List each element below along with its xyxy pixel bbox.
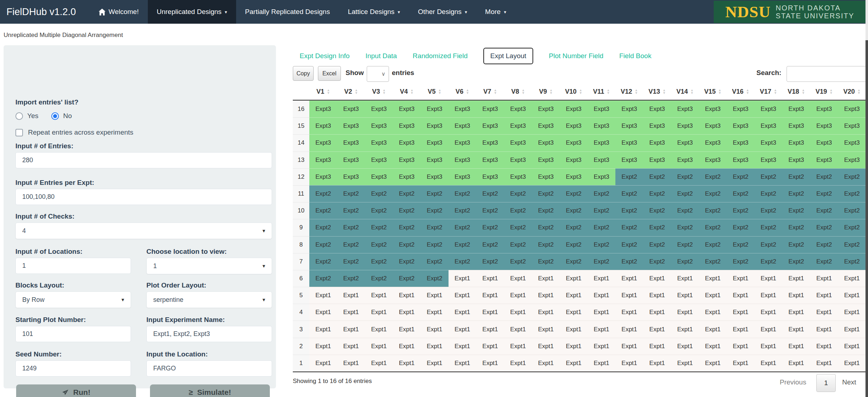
nav-item-lattice-designs[interactable]: Lattice Designs ▾ [339, 0, 409, 24]
plot-cell: Expt2 [421, 253, 449, 270]
plot-cell: Expt1 [699, 338, 727, 355]
radio-yes[interactable]: Yes [15, 112, 38, 120]
plot-cell: Expt1 [393, 287, 421, 304]
pagination-next[interactable]: Next [842, 378, 856, 386]
column-header-v20[interactable]: V20▲▼ [838, 88, 866, 95]
seed-input[interactable] [15, 360, 131, 377]
sort-icon: ▲▼ [690, 89, 694, 94]
repeat-entries-checkbox[interactable]: Repeat entries across experiments [15, 129, 133, 136]
column-header-v10[interactable]: V10▲▼ [560, 88, 588, 95]
page-length-select[interactable]: ∨ [367, 66, 389, 82]
plot-cell: Expt3 [810, 101, 838, 117]
excel-button[interactable]: Excel [318, 66, 341, 81]
plot-cell: Expt2 [337, 185, 365, 202]
column-header-v15[interactable]: V15▲▼ [699, 88, 727, 95]
column-header-v14[interactable]: V14▲▼ [671, 88, 699, 95]
column-header-v4[interactable]: V4▲▼ [393, 88, 421, 95]
plot-cell: Expt3 [727, 101, 755, 117]
plot-cell: Expt3 [337, 117, 365, 134]
plot-cell: Expt2 [421, 202, 449, 219]
plot-cell: Expt2 [838, 236, 866, 253]
nav-item-welcome[interactable]: Welcome! [90, 0, 148, 24]
starting-plot-input[interactable] [15, 326, 131, 342]
plot-cell: Expt2 [810, 202, 838, 219]
plot-cell: Expt1 [421, 304, 449, 321]
column-header-v3[interactable]: V3▲▼ [365, 88, 393, 95]
experiment-name-input[interactable] [146, 326, 272, 342]
caret-down-icon: ▾ [465, 9, 467, 15]
column-header-v5[interactable]: V5▲▼ [421, 88, 449, 95]
column-header-v9[interactable]: V9▲▼ [532, 88, 560, 95]
locations-input[interactable] [15, 258, 131, 274]
column-header-label: V12 [621, 88, 632, 95]
plot-cell: Expt3 [365, 101, 393, 117]
location-input[interactable] [146, 360, 272, 377]
plot-cell: Expt3 [449, 151, 477, 168]
nav-item-partially-replicated-designs[interactable]: Partially Replicated Designs [236, 0, 339, 24]
blocks-layout-select[interactable]: By Row ▾ [15, 291, 131, 308]
tab-field-book[interactable]: Field Book [619, 52, 652, 60]
tab-randomized-field[interactable]: Randomized Field [413, 52, 468, 60]
run-button[interactable]: Run! [16, 384, 136, 397]
table-row: 5Expt1Expt1Expt1Expt1Expt1Expt1Expt1Expt… [293, 287, 866, 304]
radio-no[interactable]: No [51, 112, 72, 120]
column-header-label: V18 [788, 88, 799, 95]
plot-cell: Expt1 [449, 287, 477, 304]
copy-button[interactable]: Copy [293, 66, 314, 81]
nav-item-more[interactable]: More ▾ [476, 0, 515, 24]
plot-cell: Expt2 [699, 219, 727, 236]
column-header-v1[interactable]: V1▲▼ [309, 88, 337, 95]
entries-input[interactable] [15, 152, 272, 168]
column-header-v2[interactable]: V2▲▼ [337, 88, 365, 95]
plot-cell: Expt1 [671, 287, 699, 304]
nav-item-other-designs[interactable]: Other Designs ▾ [409, 0, 476, 24]
pagination-page-1[interactable]: 1 [816, 374, 836, 392]
plot-cell: Expt3 [615, 151, 643, 168]
column-header-label: V11 [593, 88, 604, 95]
column-header-v17[interactable]: V17▲▼ [755, 88, 783, 95]
plot-cell: Expt2 [782, 236, 810, 253]
plot-cell: Expt1 [671, 338, 699, 355]
column-header-v8[interactable]: V8▲▼ [504, 88, 532, 95]
plot-cell: Expt3 [504, 151, 532, 168]
entries-per-expt-input[interactable] [15, 189, 272, 205]
column-header-v13[interactable]: V13▲▼ [643, 88, 671, 95]
column-header-v16[interactable]: V16▲▼ [727, 88, 755, 95]
table-row: 11Expt2Expt2Expt2Expt2Expt2Expt2Expt2Exp… [293, 185, 866, 202]
location-view-select[interactable]: 1 ▾ [146, 258, 272, 274]
vertical-scrollbar-thumb[interactable] [865, 40, 868, 397]
checks-select[interactable]: 4 ▾ [15, 223, 272, 239]
plot-cell: Expt3 [755, 151, 783, 168]
column-header-v18[interactable]: V18▲▼ [782, 88, 810, 95]
plot-cell: Expt3 [727, 151, 755, 168]
tab-input-data[interactable]: Input Data [365, 52, 397, 60]
search-input[interactable] [787, 66, 868, 82]
sort-icon: ▲▼ [383, 89, 386, 94]
nav-item-unreplicated-designs[interactable]: Unreplicated Designs ▾ [148, 0, 236, 24]
column-header-v12[interactable]: V12▲▼ [615, 88, 643, 95]
caret-down-icon: ▾ [225, 9, 227, 15]
tab-expt-layout[interactable]: Expt Layout [483, 48, 533, 64]
column-header-v19[interactable]: V19▲▼ [810, 88, 838, 95]
plot-cell: Expt1 [421, 287, 449, 304]
pagination-previous[interactable]: Previous [780, 378, 806, 386]
plot-cell: Expt1 [699, 355, 727, 372]
seed-label: Seed Number: [15, 350, 62, 358]
tab-plot-number-field[interactable]: Plot Number Field [549, 52, 604, 60]
plot-cell: Expt1 [755, 304, 783, 321]
tab-expt-design-info[interactable]: Expt Design Info [300, 52, 349, 60]
column-header-v11[interactable]: V11▲▼ [587, 88, 615, 95]
column-header-v7[interactable]: V7▲▼ [476, 88, 504, 95]
entries-label: Input # of Entries: [15, 142, 74, 150]
fieldhub-app: FielDHub v1.2.0 Welcome! Unreplicated De… [0, 0, 868, 397]
column-header-v6[interactable]: V6▲▼ [449, 88, 477, 95]
row-label: 10 [293, 202, 309, 219]
plot-cell: Expt3 [560, 117, 588, 134]
plot-order-select[interactable]: serpentine ▾ [146, 291, 272, 308]
plot-cell: Expt2 [532, 219, 560, 236]
simulate-button[interactable]: ≥ Simulate! [150, 384, 270, 397]
plot-cell: Expt3 [643, 117, 671, 134]
plot-cell: Expt3 [838, 134, 866, 151]
import-entries-label: Import entries' list? [15, 98, 79, 106]
table-row: 15Expt3Expt3Expt3Expt3Expt3Expt3Expt3Exp… [293, 117, 866, 134]
